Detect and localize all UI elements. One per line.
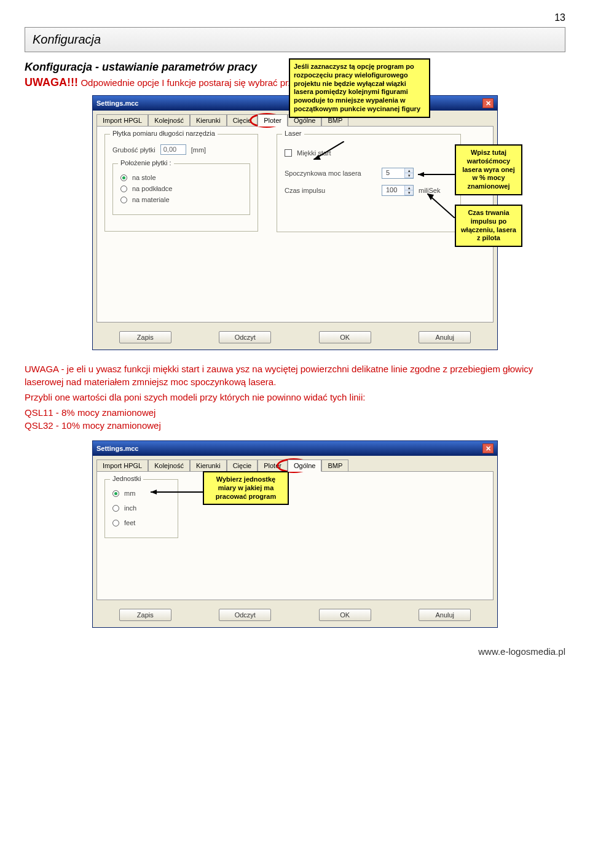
callout-jednostki: Wybierz jednostkę miary w jakiej ma prac… [203, 471, 289, 505]
window-title: Settings.mcc [96, 445, 138, 452]
titlebar: Settings.mcc ✕ [93, 441, 497, 456]
tab-row: Import HPGL Kolejność Kierunki Cięcie Pl… [93, 456, 497, 471]
odczyt-button[interactable]: Odczyt [219, 331, 271, 343]
radio-na-stole[interactable] [120, 174, 127, 181]
uwaga-line-1: QSL11 - 8% mocy znamionowej [25, 406, 565, 419]
tab-body: Jednostki mm inch feet [96, 471, 494, 600]
radio-mm[interactable] [112, 490, 119, 497]
settings-window-1: Settings.mcc ✕ Import HPGL Kolejność Kie… [92, 95, 498, 350]
czas-unit: miliSek [419, 187, 440, 194]
callout-czas: Czas trwania impulsu po włączeniu, laser… [455, 205, 522, 247]
page-number: 13 [25, 12, 565, 23]
button-row: Zapis Odczyt OK Anuluj [93, 326, 497, 350]
group-polozenie-legend: Położenie płytki : [118, 159, 174, 166]
warning-label: UWAGA!!! [25, 76, 78, 88]
section-header: Konfiguracja [25, 27, 565, 52]
anuluj-button[interactable]: Anuluj [419, 609, 471, 621]
group-polozenie: Położenie płytki : na stole na podkładce… [112, 163, 250, 215]
radio-na-podkladce[interactable] [120, 186, 127, 192]
tab-ploter[interactable]: Ploter [258, 459, 288, 471]
window-title: Settings.mcc [96, 100, 138, 107]
tab-import-hpgl[interactable]: Import HPGL [96, 459, 148, 471]
label-na-stole: na stole [132, 174, 156, 181]
grubosc-unit: [mm] [191, 146, 206, 154]
group-laser-legend: Laser [282, 130, 304, 137]
chevron-up-icon[interactable]: ▴ [405, 168, 413, 173]
group-plytka: Płytka pomiaru długości narzędzia Gruboś… [104, 134, 258, 232]
group-laser: Laser Miękki start Spoczynkowa moc laser… [277, 134, 461, 232]
tab-kolejnosc[interactable]: Kolejność [148, 459, 190, 471]
radio-na-materiale[interactable] [120, 197, 127, 203]
label-feet: feet [124, 519, 135, 526]
checkbox-miekki-start[interactable] [285, 149, 292, 157]
ok-button[interactable]: OK [319, 609, 371, 621]
group-jednostki-legend: Jednostki [110, 475, 143, 482]
odczyt-button[interactable]: Odczyt [219, 609, 271, 621]
zapis-button[interactable]: Zapis [119, 331, 171, 343]
tab-ogolne[interactable]: Ogólne [288, 459, 321, 472]
close-icon[interactable]: ✕ [482, 444, 494, 453]
ok-button[interactable]: OK [319, 331, 371, 343]
uwaga-text-2: Przybli one wartości dla poni szych mode… [25, 391, 565, 404]
callout-miekki-start: Jeśli zaznaczysz tą opcję program po roz… [289, 58, 430, 118]
grubosc-label: Grubość płytki [112, 146, 155, 154]
label-na-materiale: na materiale [132, 196, 170, 203]
spin-czas-value: 100 [382, 186, 404, 195]
tab-ciecie[interactable]: Cięcie [227, 459, 258, 471]
uwaga-text-1: UWAGA - je eli u ywasz funkcji miękki st… [25, 362, 565, 388]
chevron-down-icon[interactable]: ▾ [405, 173, 413, 178]
spin-czas[interactable]: 100 ▴▾ [382, 185, 414, 196]
tab-kierunki[interactable]: Kierunki [190, 459, 227, 471]
grubosc-field[interactable]: 0,00 [160, 144, 186, 155]
tab-import-hpgl[interactable]: Import HPGL [96, 114, 148, 126]
group-plytka-legend: Płytka pomiaru długości narzędzia [110, 130, 218, 137]
uwaga-line-2: QSL32 - 10% mocy znamionowej [25, 419, 565, 432]
label-mm: mm [124, 490, 135, 497]
chevron-up-icon[interactable]: ▴ [405, 186, 413, 190]
chevron-down-icon[interactable]: ▾ [405, 190, 413, 195]
spin-spoczynkowa[interactable]: 5 ▴▾ [382, 168, 414, 179]
radio-feet[interactable] [112, 520, 119, 526]
label-inch: inch [124, 504, 136, 512]
label-miekki-start: Miękki start [297, 149, 331, 157]
group-jednostki: Jednostki mm inch feet [104, 479, 178, 538]
zapis-button[interactable]: Zapis [119, 609, 171, 621]
callout-moc: Wpisz tutaj wartośćmocy lasera wyra onej… [455, 144, 522, 195]
tab-ciecie[interactable]: Cięcie [227, 114, 258, 126]
tab-bmp[interactable]: BMP [321, 459, 348, 471]
radio-inch[interactable] [112, 505, 119, 512]
tab-ploter[interactable]: Ploter [258, 114, 288, 127]
spin-spoczynkowa-value: 5 [382, 168, 404, 178]
anuluj-button[interactable]: Anuluj [419, 331, 471, 343]
settings-window-2: Settings.mcc ✕ Import HPGL Kolejność Kie… [92, 440, 498, 628]
tab-kolejnosc[interactable]: Kolejność [148, 114, 190, 126]
tab-kierunki[interactable]: Kierunki [190, 114, 227, 126]
tab-body: Płytka pomiaru długości narzędzia Gruboś… [96, 126, 494, 323]
label-na-podkladce: na podkładce [132, 185, 172, 192]
footer-url: www.e-logosmedia.pl [25, 646, 565, 657]
button-row: Zapis Odczyt OK Anuluj [93, 604, 497, 627]
label-spoczynkowa: Spoczynkowa moc lasera [285, 170, 377, 177]
close-icon[interactable]: ✕ [482, 98, 494, 108]
label-czas: Czas impulsu [285, 187, 377, 194]
